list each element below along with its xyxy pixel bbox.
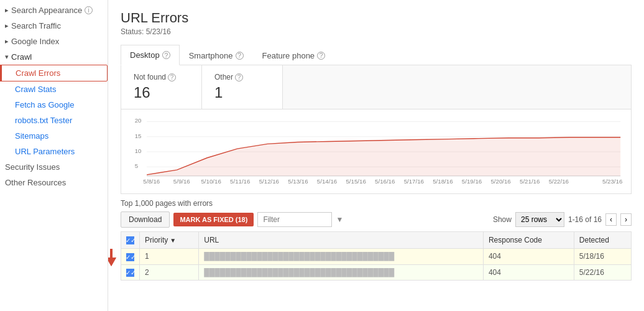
- svg-text:5/14/16: 5/14/16: [317, 178, 337, 185]
- priority-header: Priority ▼: [145, 236, 193, 244]
- tab-smartphone[interactable]: Smartphone ?: [180, 45, 253, 65]
- sidebar-item-crawl[interactable]: ▾ Crawl: [0, 49, 108, 65]
- row-1-response-code: 404: [483, 249, 574, 264]
- annotation-arrow: [108, 249, 117, 269]
- svg-text:10: 10: [135, 147, 142, 154]
- col-priority: Priority ▼: [140, 232, 199, 249]
- table-row: ✓ 2 ████████████████████████████████████…: [121, 264, 632, 280]
- help-icon-smartphone[interactable]: ?: [236, 52, 244, 60]
- sidebar-label-other-resources: Other Resources: [5, 178, 66, 187]
- svg-text:5/8/16: 5/8/16: [143, 178, 160, 185]
- sidebar-label-crawl-errors: Crawl Errors: [16, 68, 60, 78]
- row-1-detected: 5/18/16: [574, 249, 631, 264]
- svg-text:5: 5: [135, 162, 138, 169]
- sidebar-item-search-appearance[interactable]: ▸ Search Appearance i: [0, 2, 108, 18]
- row-2-priority: 2: [140, 264, 199, 280]
- row-2-url: ████████████████████████████████████: [199, 264, 484, 280]
- svg-text:5/9/16: 5/9/16: [173, 178, 190, 185]
- sidebar-item-sitemaps[interactable]: Sitemaps: [0, 128, 108, 144]
- download-button[interactable]: Download: [121, 211, 170, 228]
- svg-marker-9: [147, 137, 620, 176]
- svg-text:5/20/16: 5/20/16: [490, 178, 510, 185]
- help-icon-other[interactable]: ?: [235, 73, 243, 81]
- row-checkbox-cell: ✓: [121, 264, 140, 280]
- svg-text:5/15/16: 5/15/16: [346, 178, 366, 185]
- stat-other: Other ? 1: [202, 65, 283, 109]
- page-title: URL Errors: [121, 10, 632, 26]
- mark-as-fixed-button[interactable]: MARK AS FIXED (18): [173, 213, 254, 226]
- help-icon-feature-phone[interactable]: ?: [317, 52, 325, 60]
- sidebar-label-security-issues: Security Issues: [5, 162, 60, 172]
- tab-feature-phone[interactable]: Feature phone ?: [253, 45, 335, 65]
- sidebar-label-google-index: Google Index: [11, 37, 59, 46]
- svg-text:5/10/16: 5/10/16: [201, 178, 221, 185]
- stat-other-label: Other ?: [214, 73, 270, 81]
- sort-icon[interactable]: ▼: [170, 237, 176, 244]
- svg-text:20: 20: [135, 117, 142, 124]
- tab-bar: Desktop ? Smartphone ? Feature phone ?: [121, 45, 632, 65]
- sidebar: ▸ Search Appearance i ▸ Search Traffic ▸…: [0, 0, 108, 311]
- table-info-text: Top 1,000 pages with errors: [121, 199, 213, 208]
- svg-text:5/17/16: 5/17/16: [404, 178, 424, 185]
- arrow-icon: ▸: [5, 22, 9, 30]
- chart-container: 20 15 10 5 5/8/16 5/9/16 5/10/16 5/11/16…: [121, 109, 632, 194]
- sidebar-label-sitemaps: Sitemaps: [15, 131, 48, 141]
- next-page-button[interactable]: ›: [620, 213, 632, 226]
- svg-text:5/11/16: 5/11/16: [230, 178, 250, 185]
- table-row: ✓ 1 ████████████████████████████████████…: [121, 249, 632, 264]
- stat-not-found-label: Not found ?: [134, 73, 189, 81]
- info-icon: i: [85, 6, 93, 14]
- svg-text:5/16/16: 5/16/16: [375, 178, 395, 185]
- stat-not-found: Not found ? 16: [121, 65, 202, 109]
- filter-input[interactable]: [257, 212, 332, 227]
- errors-table: ✓ Priority ▼ URL Response Code Detected: [121, 231, 632, 281]
- svg-text:5/19/16: 5/19/16: [462, 178, 482, 185]
- sidebar-item-security-issues[interactable]: Security Issues: [0, 159, 108, 175]
- sidebar-label-crawl: Crawl: [11, 52, 32, 62]
- sidebar-item-robots-txt-tester[interactable]: robots.txt Tester: [0, 113, 108, 128]
- row-2-checkbox[interactable]: ✓: [126, 269, 134, 277]
- col-url: URL: [199, 232, 484, 249]
- table-controls: Top 1,000 pages with errors: [121, 199, 632, 208]
- pagination-info: 1-16 of 16: [568, 215, 602, 224]
- error-chart: 20 15 10 5 5/8/16 5/9/16 5/10/16 5/11/16…: [129, 114, 623, 189]
- row-2-detected: 5/22/16: [574, 264, 631, 280]
- row-2-response-code: 404: [483, 264, 574, 280]
- show-label: Show: [493, 215, 512, 224]
- sidebar-label-url-parameters: URL Parameters: [15, 147, 75, 156]
- sidebar-item-fetch-as-google[interactable]: Fetch as Google: [0, 97, 108, 113]
- stat-other-value: 1: [214, 84, 270, 101]
- svg-text:15: 15: [135, 132, 142, 139]
- help-icon-desktop[interactable]: ?: [162, 51, 170, 59]
- select-all-checkbox[interactable]: ✓: [126, 236, 134, 244]
- sidebar-item-crawl-stats[interactable]: Crawl Stats: [0, 81, 108, 97]
- row-1-checkbox[interactable]: ✓: [126, 253, 134, 261]
- row-1-priority: 1: [140, 249, 199, 264]
- sidebar-label-search-traffic: Search Traffic: [11, 21, 61, 30]
- col-checkbox: ✓: [121, 232, 140, 249]
- row-checkbox-cell: ✓: [121, 249, 140, 264]
- prev-page-button[interactable]: ‹: [605, 213, 617, 226]
- sidebar-item-search-traffic[interactable]: ▸ Search Traffic: [0, 18, 108, 34]
- table-wrapper: Check this box ✓: [121, 231, 632, 281]
- tab-desktop[interactable]: Desktop ?: [121, 45, 180, 65]
- svg-text:5/12/16: 5/12/16: [259, 178, 279, 185]
- arrow-down-icon: ▾: [5, 53, 9, 61]
- sidebar-label-crawl-stats: Crawl Stats: [15, 85, 56, 94]
- sidebar-label-fetch-as-google: Fetch as Google: [15, 100, 74, 109]
- svg-marker-27: [108, 258, 116, 266]
- filter-icon: ▼: [336, 215, 343, 224]
- sidebar-item-url-parameters[interactable]: URL Parameters: [0, 144, 108, 159]
- sidebar-label-search-appearance: Search Appearance: [11, 6, 82, 15]
- sidebar-item-google-index[interactable]: ▸ Google Index: [0, 34, 108, 49]
- page-status: Status: 5/23/16: [121, 27, 632, 36]
- col-response-code: Response Code: [483, 232, 574, 249]
- sidebar-item-crawl-errors[interactable]: Crawl Errors: [0, 65, 108, 81]
- svg-text:5/22/16: 5/22/16: [549, 178, 569, 185]
- svg-text:5/23/16: 5/23/16: [602, 178, 622, 185]
- arrow-icon: ▸: [5, 37, 9, 45]
- sidebar-item-other-resources[interactable]: Other Resources: [0, 175, 108, 190]
- help-icon-not-found[interactable]: ?: [168, 73, 176, 81]
- rows-per-page-select[interactable]: 25 rows 50 rows 100 rows: [515, 212, 564, 227]
- stat-not-found-value: 16: [134, 84, 189, 101]
